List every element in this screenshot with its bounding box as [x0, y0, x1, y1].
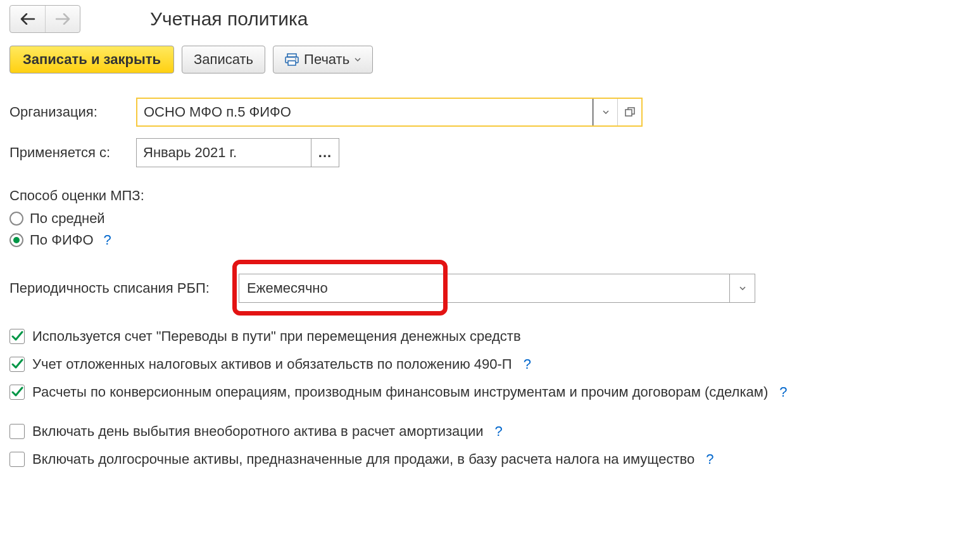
back-button[interactable] — [10, 6, 45, 32]
nav-group — [9, 5, 80, 33]
chevron-down-icon — [739, 286, 746, 290]
page-title: Учетная политика — [150, 8, 308, 30]
org-input[interactable]: ОСНО МФО п.5 ФИФО — [137, 99, 593, 125]
check1-label: Используется счет "Переводы в пути" при … — [32, 328, 521, 345]
check5-row: Включать долгосрочные активы, предназнач… — [9, 451, 971, 468]
check1-row: Используется счет "Переводы в пути" при … — [9, 328, 971, 345]
check5-label: Включать долгосрочные активы, предназнач… — [32, 451, 694, 468]
applies-input[interactable] — [137, 139, 311, 167]
open-icon — [625, 107, 635, 117]
check3-help[interactable]: ? — [779, 384, 787, 400]
check1-box[interactable] — [9, 329, 25, 344]
mpz-fifo-label: По ФИФО — [30, 232, 94, 248]
rbp-row: Периодичность списания РБП: — [9, 274, 971, 303]
applies-row: Применяется с: ... — [9, 138, 971, 167]
save-button[interactable]: Записать — [182, 46, 265, 73]
check4-help[interactable]: ? — [495, 423, 503, 440]
applies-picker-button[interactable]: ... — [311, 139, 339, 167]
svg-rect-4 — [625, 110, 632, 116]
header-row: Учетная политика — [9, 5, 971, 33]
save-close-button[interactable]: Записать и закрыть — [9, 46, 174, 73]
forward-button[interactable] — [45, 6, 80, 32]
mpz-avg-label: По средней — [30, 210, 105, 227]
svg-point-3 — [295, 58, 296, 60]
check3-row: Расчеты по конверсионным операциям, прои… — [9, 384, 971, 400]
arrow-right-icon — [55, 13, 70, 25]
check5-help[interactable]: ? — [706, 451, 713, 468]
rbp-select[interactable] — [239, 274, 729, 302]
print-button[interactable]: Печать — [273, 46, 373, 73]
rbp-select-group — [239, 274, 755, 303]
check3-label: Расчеты по конверсионным операциям, прои… — [32, 384, 768, 400]
rbp-select-wrap — [239, 274, 755, 303]
check2-row: Учет отложенных налоговых активов и обяз… — [9, 356, 971, 373]
check-icon — [11, 358, 23, 371]
mpz-fifo-row: По ФИФО ? — [9, 232, 971, 248]
chevron-down-icon — [603, 110, 609, 114]
check-icon — [11, 386, 23, 399]
org-dropdown-button[interactable] — [593, 99, 617, 125]
check-icon — [11, 330, 23, 343]
check4-box[interactable] — [9, 424, 25, 439]
applies-input-group: ... — [136, 138, 339, 167]
mpz-avg-radio[interactable] — [9, 212, 23, 226]
applies-label: Применяется с: — [9, 144, 136, 161]
org-label: Организация: — [9, 104, 136, 120]
toolbar: Записать и закрыть Записать Печать — [9, 46, 971, 73]
rbp-dropdown-button[interactable] — [729, 274, 755, 302]
print-label: Печать — [304, 51, 349, 68]
org-row: Организация: ОСНО МФО п.5 ФИФО — [9, 98, 971, 127]
rbp-label: Периодичность списания РБП: — [9, 280, 239, 297]
check4-row: Включать день выбытия внеоборотного акти… — [9, 423, 971, 440]
check5-box[interactable] — [9, 452, 25, 467]
check4-label: Включать день выбытия внеоборотного акти… — [32, 423, 484, 440]
org-input-group: ОСНО МФО п.5 ФИФО — [136, 98, 643, 127]
mpz-avg-row: По средней — [9, 210, 971, 227]
check3-box[interactable] — [9, 385, 25, 400]
printer-icon — [285, 53, 299, 67]
check2-box[interactable] — [9, 357, 25, 372]
org-open-button[interactable] — [617, 99, 641, 125]
chevron-down-icon — [355, 58, 361, 61]
mpz-label: Способ оценки МПЗ: — [9, 188, 971, 204]
arrow-left-icon — [20, 13, 35, 25]
mpz-fifo-help[interactable]: ? — [104, 232, 111, 248]
svg-rect-2 — [288, 61, 296, 65]
check2-help[interactable]: ? — [524, 356, 531, 373]
check2-label: Учет отложенных налоговых активов и обяз… — [32, 356, 512, 373]
mpz-fifo-radio[interactable] — [9, 233, 23, 247]
